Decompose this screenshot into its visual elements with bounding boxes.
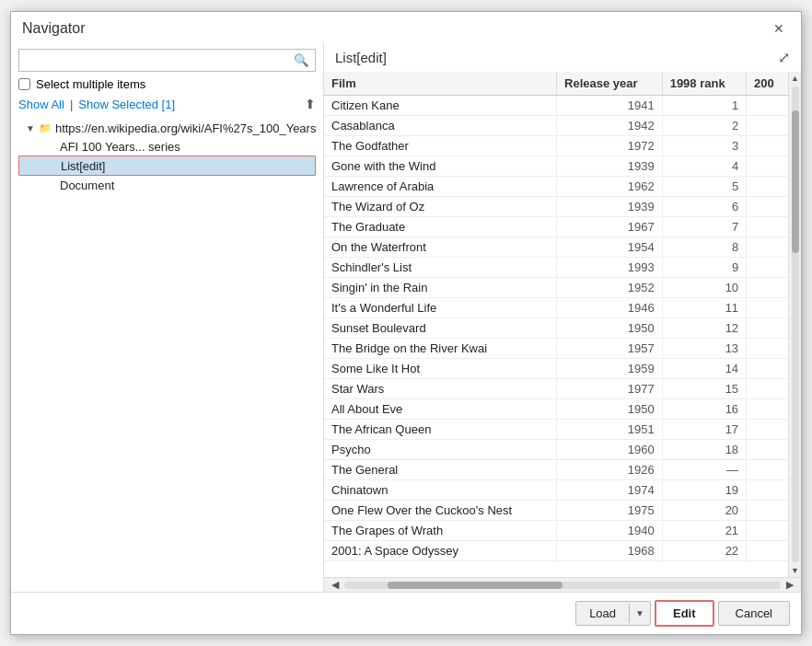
cell-rank: 17 — [662, 420, 746, 440]
tree-item-document[interactable]: Document — [18, 176, 316, 194]
cell-year: 1939 — [557, 156, 663, 177]
cell-year: 1946 — [557, 298, 663, 318]
cancel-button[interactable]: Cancel — [718, 601, 790, 626]
tree-item-label: List[edit] — [61, 159, 105, 173]
cell-col4 — [747, 501, 788, 521]
cell-year: 1950 — [557, 318, 663, 339]
expand-table-icon[interactable]: ⤢ — [778, 49, 790, 66]
select-multiple-checkbox[interactable] — [18, 78, 30, 90]
cell-film: Singin' in the Rain — [324, 278, 557, 298]
cell-rank: 7 — [662, 217, 746, 237]
cell-film: Star Wars — [324, 379, 557, 399]
tree-area: ▼ 📁 https://en.wikipedia.org/wiki/AFI%27… — [18, 119, 316, 584]
cell-rank: 20 — [662, 501, 746, 521]
cell-rank: 15 — [662, 379, 746, 399]
cell-rank: 11 — [662, 298, 746, 318]
close-button[interactable]: ✕ — [768, 19, 790, 38]
col-release-year: Release year — [557, 72, 663, 96]
cell-rank: 13 — [662, 339, 746, 359]
vertical-scrollbar[interactable]: ▲ ▼ — [788, 72, 801, 577]
search-button[interactable]: 🔍 — [288, 50, 315, 71]
cell-film: All About Eve — [324, 399, 557, 420]
cell-film: Sunset Boulevard — [324, 318, 557, 339]
cell-year: 1974 — [557, 480, 663, 501]
table-row: Star Wars 1977 15 — [324, 379, 788, 399]
cell-rank: — — [662, 460, 746, 480]
tree-item-label: https://en.wikipedia.org/wiki/AFI%27s_10… — [55, 121, 316, 135]
search-input[interactable] — [19, 50, 288, 71]
select-multiple-label: Select multiple items — [36, 77, 145, 91]
cell-year: 1926 — [557, 460, 663, 480]
cell-year: 1959 — [557, 359, 663, 379]
cell-rank: 16 — [662, 399, 746, 420]
table-row: Chinatown 1974 19 — [324, 480, 788, 501]
table-header-row: Film Release year 1998 rank 200 — [324, 72, 788, 96]
scroll-down-icon[interactable]: ▼ — [789, 564, 801, 577]
cell-year: 1954 — [557, 237, 663, 258]
load-button-group[interactable]: Load ▼ — [575, 601, 651, 626]
cell-col4 — [747, 480, 788, 501]
col-1998-rank: 1998 rank — [662, 72, 746, 96]
table-row: Lawrence of Arabia 1962 5 — [324, 177, 788, 197]
export-icon[interactable]: ⬆ — [305, 97, 316, 111]
title-bar: Navigator ✕ — [11, 12, 801, 41]
table-row: Casablanca 1942 2 — [324, 116, 788, 136]
table-row: Gone with the Wind 1939 4 — [324, 156, 788, 177]
table-row: Psycho 1960 18 — [324, 440, 788, 460]
cell-rank: 19 — [662, 480, 746, 501]
cell-col4 — [747, 359, 788, 379]
cell-col4 — [747, 318, 788, 339]
table-row: Singin' in the Rain 1952 10 — [324, 278, 788, 298]
edit-button[interactable]: Edit — [655, 600, 714, 627]
table-row: It's a Wonderful Life 1946 11 — [324, 298, 788, 318]
table-row: Some Like It Hot 1959 14 — [324, 359, 788, 379]
table-row: The African Queen 1951 17 — [324, 420, 788, 440]
cell-col4 — [747, 217, 788, 237]
show-all-link[interactable]: Show All — [18, 98, 64, 111]
cell-col4 — [747, 136, 788, 156]
cell-rank: 21 — [662, 521, 746, 541]
table-container[interactable]: Film Release year 1998 rank 200 Citizen … — [324, 72, 788, 577]
cell-film: The Godfather — [324, 136, 557, 156]
cell-col4 — [747, 258, 788, 278]
separator: | — [70, 98, 73, 111]
cell-col4 — [747, 156, 788, 177]
dialog-body: 🔍 Select multiple items Show All | Show … — [11, 41, 801, 592]
h-scroll-track[interactable] — [344, 582, 781, 589]
cell-rank: 1 — [662, 96, 746, 116]
cell-col4 — [747, 541, 788, 561]
load-dropdown-arrow[interactable]: ▼ — [629, 604, 650, 623]
cell-film: Schindler's List — [324, 258, 557, 278]
tree-item-list[interactable]: List[edit] — [18, 156, 316, 176]
load-button[interactable]: Load — [576, 602, 629, 625]
col-film: Film — [324, 72, 557, 96]
cell-rank: 22 — [662, 541, 746, 561]
cell-year: 1960 — [557, 440, 663, 460]
tree-item-root[interactable]: ▼ 📁 https://en.wikipedia.org/wiki/AFI%27… — [18, 119, 316, 137]
right-panel: List[edit] ⤢ Film Release year 1998 rank… — [324, 41, 801, 592]
data-table: Film Release year 1998 rank 200 Citizen … — [324, 72, 788, 561]
cell-year: 1993 — [557, 258, 663, 278]
cell-year: 1975 — [557, 501, 663, 521]
cell-year: 1957 — [557, 339, 663, 359]
v-scroll-track[interactable] — [792, 87, 799, 562]
scroll-right-icon[interactable]: ▶ — [783, 579, 797, 591]
cell-film: Some Like It Hot — [324, 359, 557, 379]
col-200: 200 — [747, 72, 788, 96]
table-row: The General 1926 — — [324, 460, 788, 480]
tree-item-series[interactable]: AFI 100 Years... series — [18, 137, 316, 156]
cell-film: 2001: A Space Odyssey — [324, 541, 557, 561]
navigator-dialog: Navigator ✕ 🔍 Select multiple items Show… — [10, 11, 802, 635]
show-selected-link[interactable]: Show Selected [1] — [78, 98, 175, 111]
cell-col4 — [747, 298, 788, 318]
dialog-title: Navigator — [22, 20, 85, 37]
cell-col4 — [747, 399, 788, 420]
cell-rank: 2 — [662, 116, 746, 136]
cell-rank: 4 — [662, 156, 746, 177]
scroll-left-icon[interactable]: ◀ — [328, 579, 342, 591]
right-panel-title: List[edit] — [335, 50, 387, 65]
cell-year: 1952 — [557, 278, 663, 298]
horizontal-scrollbar[interactable]: ◀ ▶ — [324, 577, 801, 592]
scroll-up-icon[interactable]: ▲ — [789, 72, 801, 85]
cell-rank: 14 — [662, 359, 746, 379]
